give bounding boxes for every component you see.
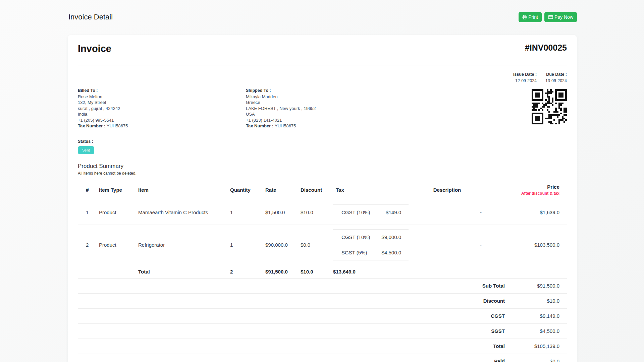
print-button[interactable]: Print [519, 12, 542, 22]
qr-code-canvas [532, 89, 567, 124]
summary-value: $10.0 [505, 298, 567, 304]
cell-rate: $1,500.0 [263, 200, 298, 225]
cell-discount: $10.0 [298, 200, 333, 225]
summary-row-cgst: CGST $9,149.0 [78, 309, 567, 324]
page-title: Invoice Detail [68, 13, 113, 21]
shipped-to-country: USA [246, 111, 414, 117]
header-divider [78, 65, 567, 65]
summary-row-sgst: SGST $4,500.0 [78, 324, 567, 339]
shipped-to-address-line2: LAKE FOREST , New yourk , 19652 [246, 106, 414, 112]
total-label: Total [136, 265, 227, 278]
due-date: Due Date : 13-09-2024 [545, 72, 567, 83]
billed-to-country: India [78, 111, 246, 117]
col-header-discount: Discount [298, 180, 333, 200]
top-bar: Invoice Detail Print Pay Now [68, 12, 577, 22]
billed-to-tax-number: YUH58675 [107, 123, 128, 128]
col-header-description: Description [409, 180, 486, 200]
total-discount: $10.0 [298, 265, 333, 278]
tax-subrow: CGST (10%) $149.0 [333, 205, 409, 220]
cell-empty [409, 265, 486, 278]
cell-price: $103,500.0 [486, 225, 567, 265]
cell-item: Refrigerator [136, 225, 227, 265]
cell-quantity: 1 [227, 200, 263, 225]
cell-tax: CGST (10%) $149.0 [333, 200, 409, 225]
price-subnote: After discount & tax [488, 191, 559, 196]
summary-label: Paid [494, 358, 505, 362]
due-date-label: Due Date : [545, 72, 567, 77]
table-total-row: Total 2 $91,500.0 $10.0 $13,649.0 [78, 265, 567, 278]
credit-card-icon [548, 15, 553, 19]
tax-subtable: CGST (10%) $149.0 [333, 204, 409, 220]
cell-item: Mamaearth Vitamin C Products [136, 200, 227, 225]
total-quantity: 2 [227, 265, 263, 278]
cell-quantity: 1 [227, 225, 263, 265]
shipped-to-tax-label: Tax Number : [246, 123, 275, 128]
billed-to-tax: Tax Number : YUH58675 [78, 123, 246, 129]
tax-name: CGST (10%) [341, 209, 370, 215]
issue-date: Issue Date : 12-09-2024 [513, 72, 537, 83]
totals-section: Sub Total $91,500.0 Discount $10.0 CGST … [78, 279, 567, 362]
tax-amount: $149.0 [386, 209, 401, 215]
toolbar: Print Pay Now [519, 12, 577, 22]
shipped-to-address-line1: Greece [246, 100, 414, 106]
cell-tax: CGST (10%) $9,000.0 SGST (5%) $4,500.0 [333, 225, 409, 265]
issue-date-value: 12-09-2024 [513, 78, 537, 83]
due-date-value: 13-09-2024 [545, 78, 567, 83]
status-badge: Sent [78, 146, 94, 154]
invoice-card-header: Invoice #INV00025 [78, 41, 567, 56]
cell-description: - [409, 200, 486, 225]
cell-empty [96, 265, 136, 278]
status-section: Status : Sent [78, 139, 567, 154]
summary-row-discount: Discount $10.0 [78, 294, 567, 309]
cell-item-type: Product [96, 225, 136, 265]
issue-date-label: Issue Date : [513, 72, 537, 77]
summary-label: Total [493, 343, 505, 349]
cell-description: - [409, 225, 486, 265]
price-header-label: Price [488, 184, 559, 190]
summary-value: $4,500.0 [505, 328, 567, 334]
pay-now-button[interactable]: Pay Now [544, 12, 577, 22]
summary-value: $91,500.0 [505, 283, 567, 289]
shipped-to-phone: +1 (823) 141-4021 [246, 117, 414, 123]
product-summary-subtitle: All items here cannot be deleted. [78, 171, 567, 176]
total-rate: $91,500.0 [263, 265, 298, 278]
col-header-index: # [78, 180, 96, 200]
printer-icon [522, 15, 527, 19]
col-header-item: Item [136, 180, 227, 200]
tax-subtable: CGST (10%) $9,000.0 SGST (5%) $4,500.0 [333, 229, 409, 260]
cell-index: 1 [78, 200, 96, 225]
cell-discount: $0.0 [298, 225, 333, 265]
col-header-price: Price After discount & tax [486, 180, 567, 200]
tax-name: SGST (5%) [341, 250, 367, 255]
shipped-to-section: Shipped To : Mikayla Madden Greece LAKE … [246, 88, 414, 129]
summary-row-paid: Paid $0.0 [78, 354, 567, 362]
cell-empty [78, 265, 96, 278]
tax-subrow: SGST (5%) $4,500.0 [333, 245, 409, 260]
qr-code [532, 89, 567, 129]
summary-value: $0.0 [505, 358, 567, 362]
cell-item-type: Product [96, 200, 136, 225]
tax-amount: $4,500.0 [382, 250, 401, 255]
cell-empty [486, 265, 567, 278]
product-summary-title: Product Summary [78, 163, 567, 170]
billed-to-name: Rose Melton [78, 94, 246, 100]
invoice-dates: Issue Date : 12-09-2024 Due Date : 13-09… [78, 72, 567, 83]
shipped-to-name: Mikayla Madden [246, 94, 414, 100]
col-header-rate: Rate [263, 180, 298, 200]
billed-to-address-line1: 132, My Street [78, 100, 246, 106]
address-section: Billed To : Rose Melton 132, My Street s… [78, 88, 567, 129]
summary-label: Discount [483, 298, 505, 304]
product-table: # Item Type Item Quantity Rate Discount … [78, 180, 567, 279]
pay-now-button-label: Pay Now [554, 14, 573, 20]
summary-row-subtotal: Sub Total $91,500.0 [78, 279, 567, 294]
total-tax: $13,649.0 [333, 265, 409, 278]
product-row-2: 2 Product Refrigerator 1 $90,000.0 $0.0 … [78, 225, 567, 265]
billed-to-address-line2: surat , gujrat , 424242 [78, 106, 246, 112]
invoice-number: #INV00025 [525, 41, 567, 54]
product-row-1: 1 Product Mamaearth Vitamin C Products 1… [78, 200, 567, 225]
billed-to-section: Billed To : Rose Melton 132, My Street s… [78, 88, 246, 129]
tax-name: CGST (10%) [341, 234, 370, 240]
summary-label: Sub Total [482, 283, 505, 289]
summary-value: $9,149.0 [505, 313, 567, 319]
billed-to-phone: +1 (205) 995-5541 [78, 117, 246, 123]
